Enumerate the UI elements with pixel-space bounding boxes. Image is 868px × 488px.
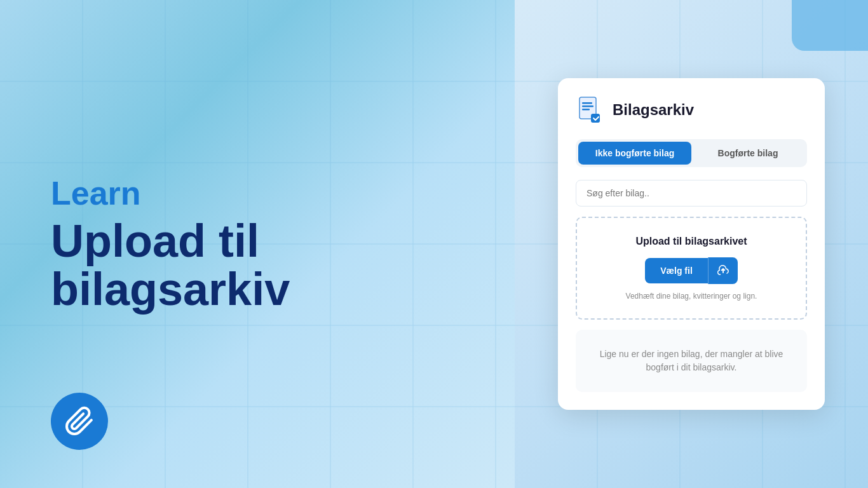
svg-rect-25: [591, 114, 600, 123]
svg-rect-23: [582, 105, 593, 107]
learn-label: Learn: [51, 174, 464, 212]
main-title: Upload til bilagsarkiv: [51, 217, 464, 313]
tab-bogforte[interactable]: Bogførte bilag: [691, 142, 804, 165]
main-title-line1: Upload til: [51, 215, 259, 266]
empty-state: Lige nu er der ingen bilag, der mangler …: [576, 330, 807, 392]
paperclip-icon: [64, 406, 95, 437]
card-title: Bilagsarkiv: [613, 101, 694, 119]
svg-rect-22: [582, 102, 592, 104]
main-title-line2: bilagsarkiv: [51, 264, 290, 315]
attachment-icon: [51, 393, 108, 450]
choose-file-button[interactable]: Vælg fil: [645, 258, 708, 283]
upload-icon-button[interactable]: [708, 257, 738, 284]
tabs-container: Ikke bogførte bilag Bogførte bilag: [576, 139, 807, 167]
bilagsarkiv-card: Bilagsarkiv Ikke bogførte bilag Bogførte…: [558, 78, 825, 410]
card-header: Bilagsarkiv: [576, 96, 807, 124]
upload-zone: Upload til bilagsarkivet Vælg fil Vedhæf…: [576, 217, 807, 320]
left-panel: Learn Upload til bilagsarkiv: [0, 0, 515, 488]
search-input[interactable]: [576, 180, 807, 207]
document-icon: [576, 96, 604, 124]
cloud-upload-icon: [717, 265, 729, 276]
tab-ikke-bogforte[interactable]: Ikke bogførte bilag: [578, 142, 691, 165]
right-panel: Bilagsarkiv Ikke bogførte bilag Bogførte…: [515, 0, 868, 488]
upload-hint: Vedhæft dine bilag, kvitteringer og lign…: [590, 292, 793, 301]
svg-rect-24: [582, 109, 590, 111]
top-right-accent: [792, 0, 868, 51]
upload-btn-row: Vælg fil: [590, 257, 793, 284]
empty-state-text: Lige nu er der ingen bilag, der mangler …: [588, 348, 794, 374]
left-content: Learn Upload til bilagsarkiv: [51, 174, 464, 313]
upload-zone-title: Upload til bilagsarkivet: [590, 236, 793, 247]
